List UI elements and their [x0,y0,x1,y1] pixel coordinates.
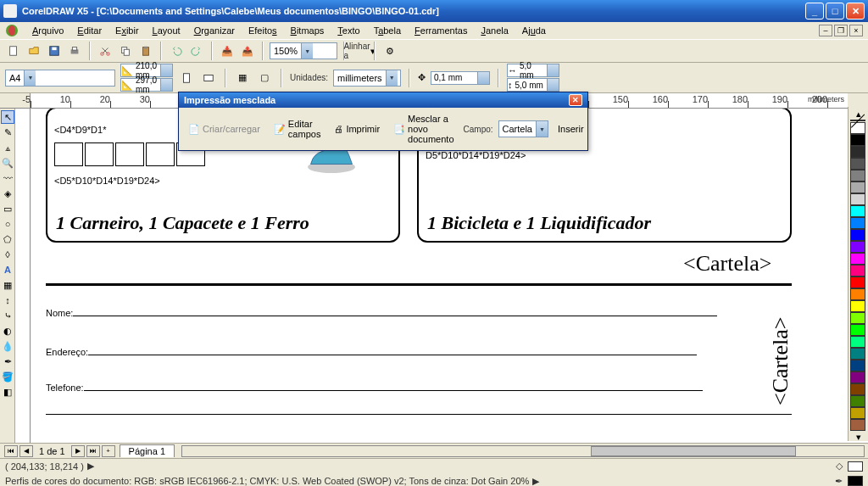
import-button[interactable]: 📥 [219,42,236,59]
prev-page-button[interactable]: ◀ [19,445,33,457]
color-swatch[interactable] [850,182,865,193]
dimension-tool[interactable]: ↕ [1,293,14,307]
cut-button[interactable] [97,42,114,59]
mdi-restore-button[interactable]: ❐ [834,25,848,36]
merge-edit-fields-button[interactable]: 📝Editar campos [270,116,326,142]
color-swatch[interactable] [850,217,865,229]
landscape-button[interactable] [200,70,217,87]
print-merge-titlebar[interactable]: Impressão mesclada ✕ [179,92,587,108]
nudge-spinner[interactable]: 0,1 mm [431,71,490,85]
outline-color-indicator[interactable] [848,476,863,486]
mdi-minimize-button[interactable]: – [819,25,832,36]
outline-indicator-icon[interactable]: ✒ [835,476,843,487]
text-tool[interactable]: A [1,263,14,277]
menu-ferramentas[interactable]: Ferramentas [408,24,474,37]
paste-button[interactable] [137,42,154,59]
merge-print-button[interactable]: 🖨Imprimir [330,121,384,137]
redo-button[interactable] [188,42,205,59]
units-combo[interactable]: millimeters▼ [333,70,401,87]
duplicate-x-spinner[interactable]: ↔5,0 mm [507,64,559,77]
color-swatch[interactable] [850,395,865,407]
ellipse-tool[interactable]: ○ [1,217,14,231]
color-swatch[interactable] [850,419,865,431]
color-swatch[interactable] [850,336,865,348]
vertical-ruler[interactable] [15,109,31,443]
menu-bitmaps[interactable]: Bitmaps [284,24,331,37]
page-height-spinner[interactable]: 📐297,0 mm [120,78,173,92]
open-button[interactable] [25,42,42,59]
color-swatch[interactable] [850,324,865,336]
pick-tool[interactable]: ↖ [1,110,14,124]
snap-button[interactable]: Alinhar a ▾ [351,42,368,59]
color-swatch[interactable] [850,288,865,300]
options-button[interactable]: ⚙ [381,42,398,59]
color-swatch[interactable] [850,348,865,360]
rectangle-tool[interactable]: ▭ [1,202,14,215]
color-swatch[interactable] [850,205,865,217]
merge-create-button[interactable]: 📄Criar/carregar [184,121,264,137]
menu-layout[interactable]: Layout [146,24,187,37]
freehand-tool[interactable]: 〰 [1,171,14,185]
color-swatch[interactable] [850,312,865,324]
menu-ajuda[interactable]: Ajuda [515,24,553,37]
copy-button[interactable] [117,42,134,59]
merge-insert-button[interactable]: Inserir [554,121,588,137]
duplicate-y-spinner[interactable]: ↕5,0 mm [507,78,559,92]
menu-texto[interactable]: Texto [331,24,366,37]
color-swatch[interactable] [850,371,865,383]
interactive-tool[interactable]: ◐ [1,324,14,338]
zoom-combo[interactable]: 150%▼ [270,42,337,59]
window-minimize-button[interactable]: _ [805,3,824,20]
crop-tool[interactable]: ⟁ [1,141,14,154]
shape-tool[interactable]: ✎ [1,126,14,139]
color-swatch[interactable] [850,170,865,182]
polygon-tool[interactable]: ⬠ [1,232,14,246]
color-swatch[interactable] [850,360,865,371]
menu-exibir[interactable]: Exibir [108,24,146,37]
current-page-button[interactable]: ▢ [256,70,273,87]
no-fill-swatch[interactable] [850,120,865,121]
menu-efeitos[interactable]: Efeitos [242,24,284,37]
fill-indicator-icon[interactable]: ◇ [836,461,843,472]
color-swatch[interactable] [850,383,865,395]
menu-arquivo[interactable]: AArquivorquivo [25,24,70,37]
paper-size-combo[interactable]: A4▼ [5,70,115,87]
basic-shapes-tool[interactable]: ◊ [1,248,14,261]
color-swatch[interactable] [850,407,865,419]
zoom-tool[interactable]: 🔍 [1,156,14,170]
smart-fill-tool[interactable]: ◈ [1,187,14,200]
menu-janela[interactable]: Janela [474,24,515,37]
color-swatch[interactable] [850,134,865,146]
color-swatch[interactable] [850,241,865,253]
merge-to-new-doc-button[interactable]: 📑Mesclar a novo documento [389,111,458,147]
merge-field-combo[interactable]: Cartela▼ [498,120,548,137]
outline-tool[interactable]: ✒ [1,355,14,368]
fill-color-indicator[interactable] [848,461,863,472]
dropdown-arrow-icon[interactable]: ▼ [301,43,313,59]
all-pages-button[interactable]: ▦ [234,70,251,87]
canvas-workspace[interactable]: <D4*D9*D1* <D5*D10*D14*D19*D24> 1 Carnei… [31,109,868,443]
color-swatch[interactable] [850,300,865,312]
interactive-fill-tool[interactable]: ◧ [1,385,14,399]
color-swatch[interactable] [850,158,865,170]
table-tool[interactable]: ▦ [1,278,14,292]
palette-scroll-down[interactable]: ▾ [850,432,867,442]
save-button[interactable] [46,42,63,59]
window-close-button[interactable]: ✕ [846,3,865,20]
menu-organizar[interactable]: Organizar [187,24,242,37]
color-swatch[interactable] [850,253,865,265]
color-swatch[interactable] [850,265,865,277]
next-page-button[interactable]: ▶ [71,445,85,457]
color-swatch[interactable] [850,193,865,205]
horizontal-scrollbar[interactable] [181,445,865,457]
print-button[interactable] [66,42,83,59]
page-tab-1[interactable]: Página 1 [120,444,175,457]
window-maximize-button[interactable]: □ [826,3,844,20]
menu-editar[interactable]: Editar [70,24,108,37]
color-swatch[interactable] [850,277,865,288]
color-swatch[interactable] [850,146,865,158]
color-swatch[interactable] [850,122,865,134]
color-swatch[interactable] [850,229,865,241]
connector-tool[interactable]: ⤷ [1,309,14,322]
fill-tool[interactable]: 🪣 [1,370,14,383]
